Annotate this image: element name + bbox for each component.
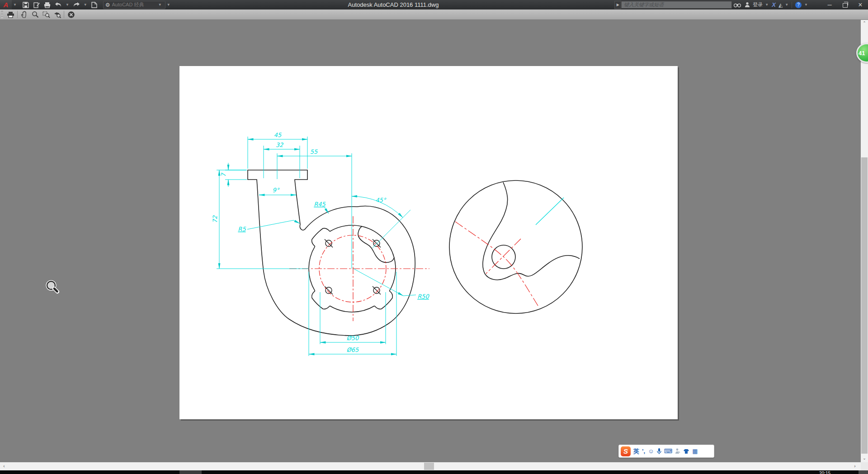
titlebar-separator — [792, 2, 792, 8]
redo-button[interactable] — [71, 1, 81, 9]
help-icon[interactable]: ? — [795, 2, 802, 8]
front-view-dimensions — [217, 137, 416, 356]
dim-45: 45 — [274, 132, 282, 138]
close-preview-button[interactable] — [66, 10, 76, 19]
dim-32: 32 — [276, 142, 283, 148]
pan-button[interactable] — [19, 10, 30, 19]
side-view — [449, 180, 582, 313]
dim-55: 55 — [310, 148, 318, 155]
dim-72: 72 — [212, 215, 218, 223]
redo-dropdown-icon[interactable]: ▼ — [82, 3, 89, 7]
undo-button[interactable] — [53, 1, 63, 9]
vertical-scroll-thumb[interactable] — [861, 157, 868, 454]
toolbar-separator — [64, 11, 64, 18]
ime-keyboard-icon[interactable]: ⌨ — [664, 448, 673, 455]
ime-mic-icon[interactable] — [657, 448, 661, 455]
sogou-logo-icon[interactable]: S — [621, 446, 631, 456]
user-icon[interactable] — [743, 2, 752, 8]
zoom-window-button[interactable] — [41, 10, 52, 19]
logo-dropdown-icon[interactable]: ▼ — [12, 3, 18, 7]
save-button[interactable] — [21, 1, 31, 9]
preview-print-button[interactable] — [5, 10, 16, 19]
horizontal-scroll-thumb[interactable] — [424, 463, 434, 470]
side-view-leader-line — [536, 198, 564, 225]
scroll-right-arrow[interactable]: › — [851, 462, 859, 470]
ime-toolbar: S 英 ’, ☺ ⌨ ▦ — [618, 445, 714, 458]
horizontal-scrollbar[interactable]: ‹ › — [0, 462, 861, 470]
workspace-label: AutoCAD 经典 — [112, 1, 157, 8]
ime-handwriting-icon[interactable] — [675, 448, 680, 454]
title-bar: A ▼ ▼ ▼ ⚙ AutoCAD 经 — [0, 0, 868, 9]
workspace-dropdown-icon: ▼ — [157, 3, 163, 7]
side-view-outline — [449, 180, 582, 313]
minimize-button[interactable]: ─ — [822, 0, 837, 9]
ime-toolbox-icon[interactable]: ▦ — [692, 448, 698, 455]
dim-r5: R5 — [238, 226, 246, 232]
drawing-sheet: 45 32 55 7 72 9° R45 R5 45° R50 Ø50 Ø65 — [179, 66, 678, 419]
zoom-realtime-button[interactable] — [30, 10, 41, 19]
ime-mode-toggle[interactable]: 英 — [633, 447, 639, 455]
plot-setup-button[interactable] — [32, 1, 42, 9]
undo-dropdown-icon[interactable]: ▼ — [64, 3, 71, 7]
dim-r45: R45 — [314, 201, 326, 208]
a360-dropdown-icon[interactable]: ▼ — [783, 3, 790, 7]
signin-dropdown-icon[interactable]: ▼ — [764, 3, 770, 7]
search-input[interactable]: 键入关键字或短语 — [621, 1, 732, 9]
workspace-selector[interactable]: ⚙ AutoCAD 经典 ▼ — [103, 1, 165, 9]
gear-icon: ⚙ — [105, 2, 110, 8]
close-button[interactable]: × — [853, 0, 868, 9]
ime-skin-icon[interactable] — [683, 449, 689, 454]
toolbar-grip[interactable] — [1, 11, 3, 18]
taskbar-tray-button[interactable] — [859, 470, 868, 474]
window-title: Autodesk AutoCAD 2016 1111.dwg — [312, 0, 475, 9]
help-dropdown-icon[interactable]: ▼ — [803, 3, 809, 7]
scrollbar-corner — [861, 462, 868, 470]
dimension-labels: 45 32 55 7 72 9° R45 R5 45° R50 Ø50 Ø65 — [212, 132, 430, 353]
quick-access-toolbar: ▼ ▼ — [21, 1, 99, 9]
dim-7: 7 — [220, 172, 227, 177]
autocad-logo-icon[interactable]: A — [0, 0, 12, 9]
preview-canvas[interactable]: 45 32 55 7 72 9° R45 R5 45° R50 Ø50 Ø65 — [0, 19, 861, 462]
plot-preview-toolbar — [0, 9, 868, 20]
front-view-centerlines — [289, 216, 429, 321]
scroll-down-arrow[interactable]: ⌄ — [861, 455, 868, 462]
exchange-apps-icon[interactable]: X — [770, 1, 778, 8]
zoom-previous-button[interactable] — [52, 10, 62, 19]
vertical-scrollbar[interactable]: ⌃ ⌄ — [861, 19, 868, 462]
search-go-button[interactable]: ▶ — [614, 1, 621, 9]
dim-r50: R50 — [417, 293, 429, 300]
a360-icon[interactable]: ◭ — [778, 2, 783, 8]
taskbar-button[interactable] — [179, 470, 202, 474]
pump-volute-drawing: 45 32 55 7 72 9° R45 R5 45° R50 Ø50 Ø65 — [179, 66, 678, 419]
dim-45deg: 45° — [375, 197, 387, 204]
search-binoculars-icon[interactable] — [732, 2, 743, 8]
dim-dia65: Ø65 — [347, 346, 359, 353]
dim-9deg: 9° — [273, 187, 280, 194]
badge-value: 41 — [859, 50, 865, 57]
taskbar-strip: 20:15 — [0, 470, 868, 474]
print-button[interactable] — [42, 1, 52, 9]
ime-punctuation-toggle[interactable]: ’, — [642, 448, 645, 455]
scroll-left-arrow[interactable]: ‹ — [0, 462, 8, 470]
dim-dia50: Ø50 — [347, 335, 360, 341]
signin-label[interactable]: 登录 — [752, 1, 764, 8]
zoom-cursor-icon — [45, 280, 61, 295]
ime-emoji-icon[interactable]: ☺ — [648, 448, 654, 455]
qat-overflow-icon[interactable]: ▼ — [165, 3, 172, 7]
restore-button[interactable] — [837, 0, 853, 9]
scroll-up-arrow[interactable]: ⌃ — [861, 19, 868, 27]
toolbar-separator — [17, 11, 18, 18]
sheet-button[interactable] — [90, 1, 99, 9]
taskbar-clock: 20:15 — [819, 471, 830, 474]
